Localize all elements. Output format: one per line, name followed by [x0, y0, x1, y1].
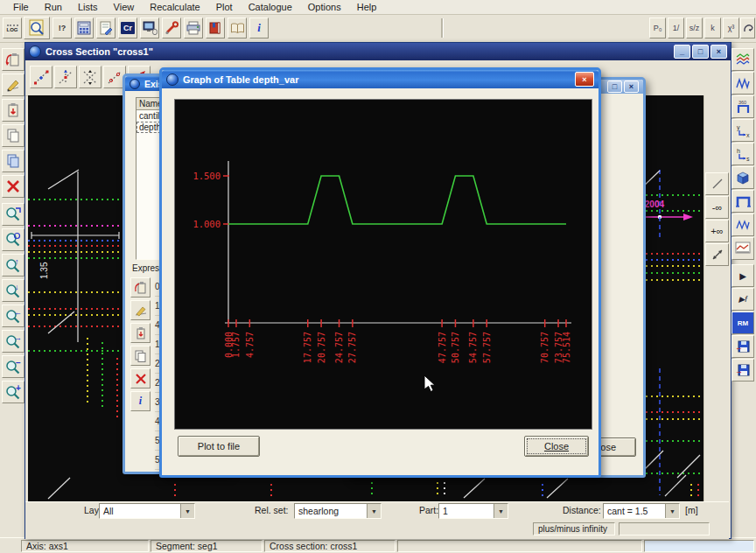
- spiral-curve-button[interactable]: [740, 18, 755, 38]
- menu-plot[interactable]: Plot: [208, 1, 241, 13]
- svg-text:↑: ↑: [15, 257, 19, 266]
- import-button[interactable]: ←: [732, 335, 754, 358]
- rel-set-select[interactable]: shearlong ▼: [294, 503, 382, 519]
- paste-button[interactable]: [2, 99, 24, 122]
- minus-infinity-button[interactable]: -∞: [705, 196, 729, 219]
- menu-catalogue[interactable]: Catalogue: [241, 1, 300, 13]
- menu-lists[interactable]: Lists: [70, 1, 106, 13]
- main-window-titlebar[interactable]: Cross Section "cross1" _ □ ×: [25, 43, 731, 60]
- menu-recalculate[interactable]: Recalculate: [142, 1, 207, 13]
- menu-view[interactable]: View: [106, 1, 143, 13]
- pan-up-button[interactable]: ↑: [2, 254, 24, 276]
- menu-file[interactable]: File: [5, 1, 37, 13]
- section-360-button[interactable]: 360: [732, 95, 754, 118]
- tendon-profile-button[interactable]: [732, 214, 754, 236]
- close-button[interactable]: ×: [575, 72, 594, 87]
- edit-button[interactable]: [2, 74, 24, 96]
- construct-point-button[interactable]: [30, 66, 52, 88]
- manual-button[interactable]: [228, 18, 247, 38]
- part-select[interactable]: 1 ▼: [438, 503, 508, 519]
- app-icon: [130, 79, 140, 89]
- construct-intersect-button[interactable]: [54, 66, 77, 88]
- pan-right-button[interactable]: →: [2, 330, 24, 353]
- plus-infinity-label: +∞: [710, 226, 723, 236]
- dropdown-arrow-icon[interactable]: ▼: [494, 504, 508, 518]
- cross-section-shape-button[interactable]: [732, 190, 754, 213]
- existing-copy-button[interactable]: [130, 346, 150, 366]
- run-button[interactable]: ▶: [732, 264, 754, 287]
- sz-curve-button[interactable]: s/z: [686, 18, 703, 38]
- run-function-button[interactable]: ▶f: [732, 288, 754, 311]
- yx-axes-button[interactable]: y x: [732, 119, 754, 142]
- report-button[interactable]: [96, 18, 116, 38]
- delete-button[interactable]: [2, 175, 24, 198]
- display-settings-button[interactable]: [140, 18, 159, 38]
- zoom-out-button[interactable]: −: [2, 355, 24, 378]
- distance-select[interactable]: cant = 1.5 ▼: [603, 503, 680, 519]
- menu-run[interactable]: Run: [37, 1, 70, 13]
- maximize-button[interactable]: □: [692, 45, 709, 59]
- catalogue-button[interactable]: [206, 18, 225, 38]
- close-button[interactable]: ×: [710, 45, 727, 59]
- variation-diagram-button[interactable]: [732, 48, 754, 71]
- existing-paste-button[interactable]: [130, 277, 150, 298]
- layer-select[interactable]: All ▼: [99, 503, 195, 519]
- existing-edit-button[interactable]: [130, 300, 150, 320]
- duplicate-button[interactable]: [2, 150, 24, 172]
- log-button[interactable]: LOG: [3, 18, 22, 38]
- print-button[interactable]: [184, 18, 203, 38]
- zoom-window-button[interactable]: [2, 203, 24, 226]
- info-button[interactable]: i: [249, 18, 269, 38]
- graph-dialog-titlebar[interactable]: Graph of Table depth_var ×: [162, 70, 598, 88]
- copy-button[interactable]: [2, 124, 24, 147]
- p0-button[interactable]: P₀: [649, 18, 666, 38]
- side-tool-button[interactable]: [705, 172, 729, 195]
- plot-to-file-button[interactable]: Plot to file: [178, 436, 260, 457]
- close-button[interactable]: ×: [624, 80, 639, 93]
- part-label: Part:: [419, 505, 438, 515]
- graph-close-button[interactable]: Close: [524, 436, 589, 457]
- duplicate-icon: [5, 153, 21, 169]
- zoom-in-button[interactable]: +: [2, 381, 24, 403]
- export-button[interactable]: →: [732, 359, 754, 382]
- hs-axes-button[interactable]: h s: [732, 143, 754, 165]
- k-curve-button[interactable]: k: [704, 18, 721, 38]
- chi3-curve-button[interactable]: χ³: [723, 18, 739, 38]
- preview-button[interactable]: [24, 17, 50, 39]
- controls-bar: Layer: All ▼ Rel. set: shearlong ▼ Part:…: [25, 501, 729, 539]
- maximize-button[interactable]: □: [607, 80, 622, 93]
- p0-icon: P₀: [654, 24, 662, 32]
- tendon-zigzag-button[interactable]: [732, 72, 754, 94]
- double-diagonal-icon: [81, 68, 99, 86]
- minus-infinity-label: -∞: [712, 202, 723, 213]
- solid-view-button[interactable]: [732, 166, 754, 189]
- options-tool-button[interactable]: [162, 18, 181, 38]
- pan-left-button[interactable]: ←: [2, 304, 24, 327]
- cross-section-tool-button[interactable]: Cr: [118, 18, 137, 38]
- minimize-button[interactable]: _: [674, 45, 690, 59]
- zoom-extent-button[interactable]: [2, 228, 24, 251]
- cross-arrows-icon: [710, 248, 724, 262]
- menu-help[interactable]: Help: [349, 1, 385, 13]
- construct-x-button[interactable]: [79, 66, 102, 88]
- paste-rotate-button[interactable]: [2, 48, 24, 71]
- whatif-button[interactable]: !?: [52, 18, 72, 38]
- calculator-button[interactable]: [74, 18, 94, 38]
- distance-value: cant = 1.5: [604, 506, 665, 516]
- fraction-button[interactable]: 1/: [668, 18, 684, 38]
- existing-insert-button[interactable]: [130, 323, 150, 343]
- dropdown-arrow-icon[interactable]: ▼: [180, 504, 194, 518]
- dropdown-arrow-icon[interactable]: ▼: [367, 504, 381, 518]
- dropdown-arrow-icon[interactable]: ▼: [665, 504, 679, 518]
- copy-icon: [5, 128, 21, 144]
- diagram-button[interactable]: [732, 237, 754, 260]
- status-segment: Segment: seg1: [150, 540, 262, 552]
- existing-delete-button[interactable]: [130, 368, 150, 388]
- menu-options[interactable]: Options: [300, 1, 349, 13]
- cross-arrows-button[interactable]: [705, 243, 729, 266]
- rm-logo-button[interactable]: RM: [732, 312, 754, 334]
- plus-infinity-button[interactable]: +∞: [705, 220, 729, 242]
- existing-info-button[interactable]: i: [130, 391, 150, 411]
- top-toolbar: LOG !?: [0, 15, 756, 43]
- pan-down-button[interactable]: ↓: [2, 279, 24, 302]
